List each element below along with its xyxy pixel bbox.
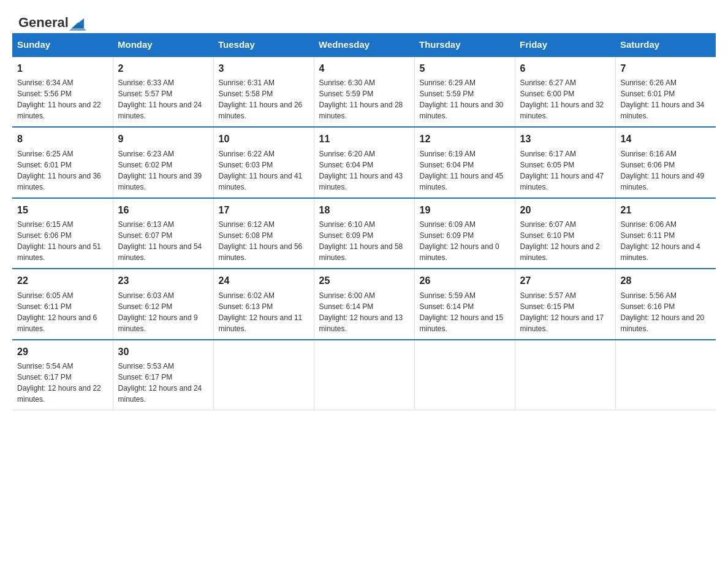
calendar-day-cell: 20Sunrise: 6:07 AMSunset: 6:10 PMDayligh… [515, 198, 615, 269]
day-number: 20 [520, 204, 610, 217]
calendar-day-cell [213, 340, 314, 410]
day-info: Sunrise: 6:25 AMSunset: 6:01 PMDaylight:… [17, 148, 108, 193]
day-info: Sunrise: 5:57 AMSunset: 6:15 PMDaylight:… [520, 290, 610, 334]
calendar-day-cell: 8Sunrise: 6:25 AMSunset: 6:01 PMDaylight… [12, 127, 113, 197]
calendar-day-cell: 10Sunrise: 6:22 AMSunset: 6:03 PMDayligh… [213, 127, 314, 197]
header-thursday: Thursday [414, 33, 515, 56]
day-number: 21 [621, 204, 711, 217]
day-info: Sunrise: 5:53 AMSunset: 6:17 PMDaylight:… [118, 361, 208, 405]
calendar-day-cell: 2Sunrise: 6:33 AMSunset: 5:57 PMDaylight… [113, 56, 213, 127]
day-number: 29 [17, 345, 108, 359]
calendar-day-cell: 3Sunrise: 6:31 AMSunset: 5:58 PMDaylight… [213, 56, 314, 127]
day-number: 12 [420, 132, 510, 146]
day-info: Sunrise: 6:05 AMSunset: 6:11 PMDaylight:… [17, 290, 108, 334]
day-info: Sunrise: 6:20 AMSunset: 6:04 PMDaylight:… [319, 148, 409, 193]
day-number: 9 [118, 132, 208, 146]
calendar-day-cell: 18Sunrise: 6:10 AMSunset: 6:09 PMDayligh… [314, 198, 414, 269]
weekday-header-row: Sunday Monday Tuesday Wednesday Thursday… [12, 33, 716, 56]
calendar-day-cell: 15Sunrise: 6:15 AMSunset: 6:06 PMDayligh… [12, 198, 113, 269]
day-info: Sunrise: 6:16 AMSunset: 6:06 PMDaylight:… [621, 148, 711, 193]
header-wednesday: Wednesday [314, 33, 414, 56]
calendar-week-1: 1Sunrise: 6:34 AMSunset: 5:56 PMDaylight… [12, 56, 716, 127]
day-number: 28 [621, 274, 711, 288]
calendar-day-cell: 5Sunrise: 6:29 AMSunset: 5:59 PMDaylight… [414, 56, 515, 127]
calendar-week-2: 8Sunrise: 6:25 AMSunset: 6:01 PMDaylight… [12, 127, 716, 197]
header-sunday: Sunday [12, 33, 113, 56]
day-info: Sunrise: 6:07 AMSunset: 6:10 PMDaylight:… [520, 219, 610, 263]
calendar-day-cell: 29Sunrise: 5:54 AMSunset: 6:17 PMDayligh… [12, 340, 113, 410]
day-number: 1 [17, 62, 108, 75]
day-number: 18 [319, 204, 409, 217]
day-info: Sunrise: 6:13 AMSunset: 6:07 PMDaylight:… [118, 219, 208, 263]
day-number: 16 [118, 204, 208, 217]
day-info: Sunrise: 6:03 AMSunset: 6:12 PMDaylight:… [118, 290, 208, 334]
day-info: Sunrise: 5:54 AMSunset: 6:17 PMDaylight:… [17, 361, 108, 405]
calendar-day-cell: 4Sunrise: 6:30 AMSunset: 5:59 PMDaylight… [314, 56, 414, 127]
day-number: 3 [219, 62, 309, 75]
calendar-week-5: 29Sunrise: 5:54 AMSunset: 6:17 PMDayligh… [12, 340, 716, 410]
calendar-day-cell: 30Sunrise: 5:53 AMSunset: 6:17 PMDayligh… [113, 340, 213, 410]
calendar-day-cell: 21Sunrise: 6:06 AMSunset: 6:11 PMDayligh… [615, 198, 716, 269]
header-tuesday: Tuesday [213, 33, 314, 56]
day-number: 30 [118, 345, 208, 359]
page-header: General [0, 0, 728, 33]
calendar-day-cell [314, 340, 414, 410]
calendar-day-cell [515, 340, 615, 410]
day-info: Sunrise: 5:59 AMSunset: 6:14 PMDaylight:… [420, 290, 510, 334]
calendar-table: Sunday Monday Tuesday Wednesday Thursday… [12, 33, 716, 410]
day-info: Sunrise: 6:06 AMSunset: 6:11 PMDaylight:… [621, 219, 711, 263]
calendar-day-cell: 23Sunrise: 6:03 AMSunset: 6:12 PMDayligh… [113, 269, 213, 339]
calendar-day-cell: 14Sunrise: 6:16 AMSunset: 6:06 PMDayligh… [615, 127, 716, 197]
day-info: Sunrise: 6:34 AMSunset: 5:56 PMDaylight:… [17, 77, 108, 121]
calendar-day-cell: 25Sunrise: 6:00 AMSunset: 6:14 PMDayligh… [314, 269, 414, 339]
calendar-container: Sunday Monday Tuesday Wednesday Thursday… [0, 33, 728, 423]
day-info: Sunrise: 6:33 AMSunset: 5:57 PMDaylight:… [118, 77, 208, 121]
day-info: Sunrise: 6:22 AMSunset: 6:03 PMDaylight:… [219, 148, 309, 193]
calendar-day-cell: 13Sunrise: 6:17 AMSunset: 6:05 PMDayligh… [515, 127, 615, 197]
calendar-day-cell: 26Sunrise: 5:59 AMSunset: 6:14 PMDayligh… [414, 269, 515, 339]
day-number: 7 [621, 62, 711, 75]
calendar-day-cell: 19Sunrise: 6:09 AMSunset: 6:09 PMDayligh… [414, 198, 515, 269]
calendar-day-cell: 17Sunrise: 6:12 AMSunset: 6:08 PMDayligh… [213, 198, 314, 269]
day-info: Sunrise: 6:12 AMSunset: 6:08 PMDaylight:… [219, 219, 309, 263]
calendar-week-4: 22Sunrise: 6:05 AMSunset: 6:11 PMDayligh… [12, 269, 716, 339]
day-number: 10 [219, 132, 309, 146]
day-info: Sunrise: 6:02 AMSunset: 6:13 PMDaylight:… [219, 290, 309, 334]
day-number: 19 [420, 204, 510, 217]
calendar-day-cell: 12Sunrise: 6:19 AMSunset: 6:04 PMDayligh… [414, 127, 515, 197]
day-number: 27 [520, 274, 610, 288]
calendar-day-cell: 16Sunrise: 6:13 AMSunset: 6:07 PMDayligh… [113, 198, 213, 269]
calendar-day-cell: 7Sunrise: 6:26 AMSunset: 6:01 PMDaylight… [615, 56, 716, 127]
day-number: 13 [520, 132, 610, 146]
day-info: Sunrise: 6:10 AMSunset: 6:09 PMDaylight:… [319, 219, 409, 263]
header-monday: Monday [113, 33, 213, 56]
day-number: 8 [17, 132, 108, 146]
calendar-day-cell: 28Sunrise: 5:56 AMSunset: 6:16 PMDayligh… [615, 269, 716, 339]
day-number: 14 [621, 132, 711, 146]
day-number: 26 [420, 274, 510, 288]
calendar-day-cell: 6Sunrise: 6:27 AMSunset: 6:00 PMDaylight… [515, 56, 615, 127]
day-number: 24 [219, 274, 309, 288]
day-number: 23 [118, 274, 208, 288]
logo-label-general: General [18, 15, 69, 31]
day-number: 2 [118, 62, 208, 75]
day-info: Sunrise: 6:00 AMSunset: 6:14 PMDaylight:… [319, 290, 409, 334]
day-number: 4 [319, 62, 409, 75]
header-saturday: Saturday [615, 33, 716, 56]
calendar-day-cell: 24Sunrise: 6:02 AMSunset: 6:13 PMDayligh… [213, 269, 314, 339]
day-info: Sunrise: 5:56 AMSunset: 6:16 PMDaylight:… [621, 290, 711, 334]
day-info: Sunrise: 6:29 AMSunset: 5:59 PMDaylight:… [420, 77, 510, 121]
logo-triangle-icon [69, 13, 86, 31]
day-info: Sunrise: 6:30 AMSunset: 5:59 PMDaylight:… [319, 77, 409, 121]
day-number: 22 [17, 274, 108, 288]
title-block [92, 12, 710, 15]
day-info: Sunrise: 6:09 AMSunset: 6:09 PMDaylight:… [420, 219, 510, 263]
day-info: Sunrise: 6:27 AMSunset: 6:00 PMDaylight:… [520, 77, 610, 121]
day-info: Sunrise: 6:31 AMSunset: 5:58 PMDaylight:… [219, 77, 309, 121]
day-info: Sunrise: 6:19 AMSunset: 6:04 PMDaylight:… [420, 148, 510, 193]
header-friday: Friday [515, 33, 615, 56]
day-number: 11 [319, 132, 409, 146]
calendar-week-3: 15Sunrise: 6:15 AMSunset: 6:06 PMDayligh… [12, 198, 716, 269]
calendar-day-cell: 11Sunrise: 6:20 AMSunset: 6:04 PMDayligh… [314, 127, 414, 197]
day-info: Sunrise: 6:17 AMSunset: 6:05 PMDaylight:… [520, 148, 610, 193]
